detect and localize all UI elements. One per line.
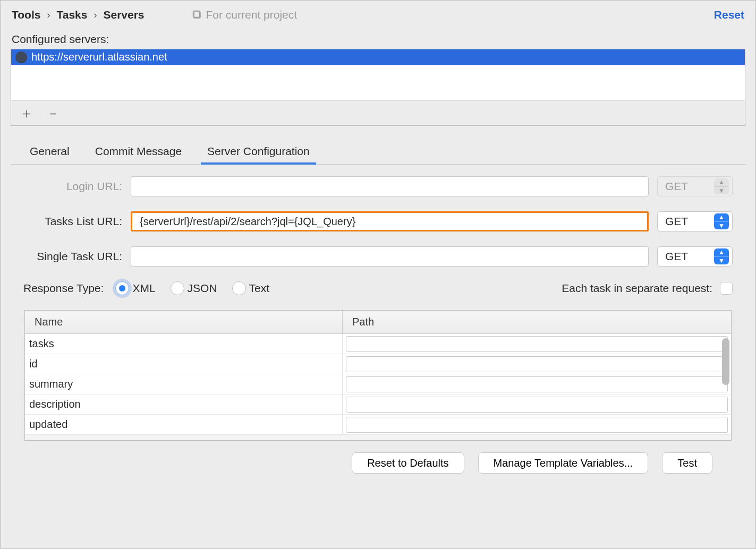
tasks-list-url-label: Tasks List URL: (23, 215, 122, 228)
path-input[interactable] (346, 417, 728, 433)
test-button[interactable]: Test (662, 452, 712, 474)
breadcrumb-tasks[interactable]: Tasks (56, 8, 87, 21)
response-type-text[interactable]: Text (232, 281, 270, 295)
row-name: description (25, 394, 343, 414)
table-body: tasks id summary description updated (25, 334, 731, 435)
project-scope-hint: For current project (192, 8, 298, 21)
row-path[interactable] (343, 415, 731, 434)
login-url-input[interactable] (131, 176, 649, 196)
server-list-item[interactable]: https://serverurl.atlassian.net (11, 49, 745, 65)
server-list: https://serverurl.atlassian.net ＋ － (11, 49, 745, 126)
tasks-list-url-input[interactable] (131, 211, 649, 231)
globe-icon (15, 52, 27, 63)
chevron-updown-icon: ▲▼ (714, 178, 729, 194)
row-path[interactable] (343, 354, 731, 374)
server-list-area[interactable]: https://serverurl.atlassian.net (11, 49, 745, 100)
row-name: updated (25, 415, 343, 434)
table-header: Name Path (25, 311, 731, 334)
single-method-select[interactable]: GET ▲▼ (657, 246, 733, 267)
project-scope-icon (192, 10, 202, 20)
breadcrumb: Tools › Tasks › Servers (12, 8, 145, 21)
selectors-table: Name Path tasks id summary description (24, 310, 732, 441)
table-row[interactable]: summary (25, 374, 731, 394)
table-row[interactable]: updated (25, 415, 731, 435)
column-path[interactable]: Path (343, 311, 731, 333)
tasks-method-select[interactable]: GET ▲▼ (657, 211, 733, 231)
response-type-xml[interactable]: XML (115, 281, 155, 295)
login-url-label: Login URL: (23, 180, 122, 193)
each-task-separate: Each task in separate request: (562, 282, 733, 295)
add-server-button[interactable]: ＋ (20, 106, 33, 120)
footer-buttons: Reset to Defaults Manage Template Variab… (23, 441, 733, 474)
row-path[interactable] (343, 394, 731, 414)
chevron-right-icon: › (94, 10, 97, 21)
radio-label: JSON (188, 282, 217, 295)
single-method-value: GET (665, 250, 688, 263)
row-name: tasks (25, 334, 343, 354)
response-type-label: Response Type: (23, 282, 104, 295)
row-path[interactable] (343, 334, 731, 354)
tab-commit-message[interactable]: Commit Message (92, 142, 185, 164)
settings-panel: Tools › Tasks › Servers For current proj… (0, 0, 756, 549)
column-name[interactable]: Name (25, 311, 343, 333)
manage-template-variables-button[interactable]: Manage Template Variables... (478, 452, 649, 474)
single-task-url-label: Single Task URL: (23, 250, 122, 263)
response-type-radios: XML JSON Text (115, 281, 269, 295)
table-row[interactable]: description (25, 394, 731, 415)
tasks-method-value: GET (665, 215, 688, 228)
remove-server-button[interactable]: － (46, 106, 60, 120)
configured-servers-label: Configured servers: (3, 28, 753, 49)
breadcrumb-tools[interactable]: Tools (12, 8, 40, 21)
each-task-label: Each task in separate request: (562, 282, 712, 295)
login-url-row: Login URL: GET ▲▼ (23, 176, 733, 196)
login-method-value: GET (665, 180, 688, 193)
path-input[interactable] (346, 356, 728, 372)
tab-general[interactable]: General (27, 142, 73, 164)
row-path[interactable] (343, 374, 731, 394)
scrollbar-thumb[interactable] (722, 338, 729, 385)
radio-label: XML (132, 282, 155, 295)
row-name: summary (25, 374, 343, 394)
row-name: id (25, 354, 343, 374)
path-input[interactable] (346, 397, 728, 413)
table-row[interactable]: id (25, 354, 731, 374)
each-task-checkbox[interactable] (720, 282, 733, 295)
tab-bar: General Commit Message Server Configurat… (11, 126, 745, 165)
path-input[interactable] (346, 376, 728, 392)
breadcrumb-servers[interactable]: Servers (103, 8, 144, 21)
tasks-list-url-row: Tasks List URL: GET ▲▼ (23, 211, 733, 231)
project-scope-label: For current project (206, 8, 298, 21)
response-type-row: Response Type: XML JSON Text Each task i… (23, 281, 733, 295)
server-config-form: Login URL: GET ▲▼ Tasks List URL: GET ▲▼… (3, 165, 753, 474)
chevron-updown-icon: ▲▼ (714, 213, 729, 229)
response-type-json[interactable]: JSON (171, 281, 217, 295)
tab-server-configuration[interactable]: Server Configuration (204, 142, 313, 164)
server-list-toolbar: ＋ － (11, 100, 745, 125)
radio-label: Text (249, 282, 270, 295)
server-url: https://serverurl.atlassian.net (31, 51, 167, 63)
top-bar: Tools › Tasks › Servers For current proj… (3, 8, 753, 28)
reset-link[interactable]: Reset (714, 8, 744, 21)
reset-to-defaults-button[interactable]: Reset to Defaults (352, 452, 464, 474)
chevron-updown-icon: ▲▼ (714, 248, 729, 264)
login-method-select: GET ▲▼ (657, 176, 733, 196)
single-task-url-row: Single Task URL: GET ▲▼ (23, 246, 733, 267)
single-task-url-input[interactable] (131, 246, 649, 267)
chevron-right-icon: › (47, 10, 50, 21)
table-row[interactable]: tasks (25, 334, 731, 354)
path-input[interactable] (346, 336, 728, 352)
